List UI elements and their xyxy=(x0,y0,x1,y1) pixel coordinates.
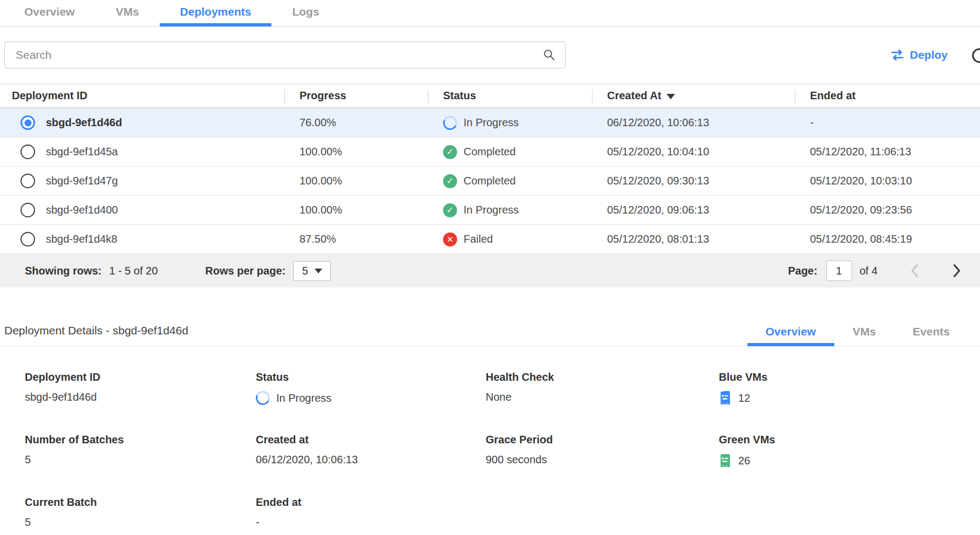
table-row[interactable]: sbgd-9ef1d4k8 87.50% Failed 05/12/2020, … xyxy=(0,225,980,254)
details-grid: Deployment ID sbgd-9ef1d46d Status In Pr… xyxy=(0,346,980,535)
field-value: sbgd-9ef1d46d xyxy=(25,391,256,403)
col-header-status-label: Status xyxy=(443,90,476,102)
col-header-progress[interactable]: Progress xyxy=(284,84,428,107)
tab-deployments[interactable]: Deployments xyxy=(160,0,272,26)
tab-deployments-label: Deployments xyxy=(180,5,251,18)
col-header-created-at-label: Created At xyxy=(607,90,661,102)
completed-check-icon xyxy=(443,174,457,188)
swap-arrows-icon xyxy=(890,49,904,61)
row-radio[interactable] xyxy=(21,203,35,217)
field-value: 5 xyxy=(25,454,256,466)
showing-rows-label: Showing rows: xyxy=(25,265,101,277)
field-label: Created at xyxy=(256,434,486,446)
field-value: 900 seconds xyxy=(486,454,719,466)
table-row[interactable]: sbgd-9ef1d46d 76.00% In Progress 06/12/2… xyxy=(0,108,980,138)
table-header-row: Deployment ID Progress Status Created At… xyxy=(0,84,980,108)
details-tabbar: Overview VMs Events xyxy=(747,325,980,346)
field-blue-vms: Blue VMs 12 xyxy=(719,371,980,434)
col-header-progress-label: Progress xyxy=(300,90,346,102)
field-value: 06/12/2020, 10:06:13 xyxy=(256,454,486,466)
blue-vm-icon xyxy=(719,391,732,405)
page-number-input[interactable] xyxy=(826,260,852,281)
row-radio[interactable] xyxy=(21,145,35,159)
ended-at-value: - xyxy=(795,116,980,129)
row-radio[interactable] xyxy=(21,232,35,246)
field-value: In Progress xyxy=(276,392,331,404)
col-header-created-at[interactable]: Created At xyxy=(592,84,795,107)
field-value: 12 xyxy=(738,392,750,404)
completed-check-icon xyxy=(443,203,457,217)
failed-x-icon xyxy=(443,232,457,246)
col-header-status[interactable]: Status xyxy=(428,84,592,107)
field-status: Status In Progress xyxy=(256,371,486,434)
progress-value: 87.50% xyxy=(284,233,428,245)
progress-value: 100.00% xyxy=(284,175,428,187)
details-tab-events-label: Events xyxy=(913,325,950,338)
field-label: Deployment ID xyxy=(25,371,256,383)
row-radio-selected[interactable] xyxy=(21,115,35,130)
field-value: 26 xyxy=(738,455,750,467)
in-progress-spinner-icon xyxy=(254,389,271,407)
pager: Page: of 4 xyxy=(788,260,962,281)
table-row[interactable]: sbgd-9ef1d47g 100.00% Completed 05/12/20… xyxy=(0,167,980,196)
field-label: Green VMs xyxy=(719,434,980,446)
ended-at-value: 05/12/2020, 08:45:19 xyxy=(795,233,980,245)
rows-per-page-select[interactable]: 5 xyxy=(293,261,331,281)
ended-at-value: 05/12/2020, 09:23:56 xyxy=(795,204,980,216)
ended-at-value: 05/12/2020, 10:03:10 xyxy=(795,175,980,187)
deployment-id: sbgd-9ef1d4k8 xyxy=(46,233,117,245)
page-label: Page: xyxy=(788,265,817,277)
status-label: In Progress xyxy=(464,116,519,129)
table-row[interactable]: sbgd-9ef1d45a 100.00% Completed 05/12/20… xyxy=(0,138,980,167)
field-label: Blue VMs xyxy=(719,371,980,383)
tab-logs-label: Logs xyxy=(292,5,319,18)
col-header-ended-at-label: Ended at xyxy=(810,90,855,102)
deployment-id: sbgd-9ef1d45a xyxy=(46,146,118,158)
search-input[interactable] xyxy=(4,42,566,68)
tab-vms[interactable]: VMs xyxy=(95,0,159,26)
field-current-batch: Current Batch 5 xyxy=(25,496,256,535)
showing-rows-value: 1 - 5 of 20 xyxy=(109,265,158,277)
field-label: Health Check xyxy=(486,371,719,383)
status-label: Completed xyxy=(464,146,516,158)
status-label: In Progress xyxy=(464,204,519,216)
deployment-details-header: Deployment Details - sbgd-9ef1d46d Overv… xyxy=(0,324,980,346)
deploy-button-label: Deploy xyxy=(910,49,948,61)
previous-page-icon[interactable] xyxy=(910,264,920,278)
details-tab-vms[interactable]: VMs xyxy=(834,325,894,346)
field-label: Grace Period xyxy=(486,434,719,446)
rows-per-page-label: Rows per page: xyxy=(205,265,285,277)
col-header-deployment-id[interactable]: Deployment ID xyxy=(0,84,284,107)
table-pagination-footer: Showing rows: 1 - 5 of 20 Rows per page:… xyxy=(0,254,980,287)
green-vm-icon xyxy=(719,454,732,468)
rows-per-page-value: 5 xyxy=(302,265,308,277)
next-page-icon[interactable] xyxy=(952,264,962,278)
progress-value: 100.00% xyxy=(284,204,428,216)
created-at-value: 05/12/2020, 10:04:10 xyxy=(592,146,795,158)
sort-desc-icon[interactable] xyxy=(666,94,675,99)
completed-check-icon xyxy=(443,145,457,159)
field-value: - xyxy=(256,516,486,529)
row-radio[interactable] xyxy=(21,174,35,188)
field-label: Status xyxy=(256,371,486,383)
field-number-of-batches: Number of Batches 5 xyxy=(25,434,256,496)
details-tab-overview[interactable]: Overview xyxy=(747,325,834,346)
progress-value: 76.00% xyxy=(284,116,428,129)
deployment-id: sbgd-9ef1d47g xyxy=(46,175,118,187)
deploy-button[interactable]: Deploy xyxy=(890,42,948,68)
refresh-icon[interactable] xyxy=(970,46,980,67)
table-row[interactable]: sbgd-9ef1d400 100.00% In Progress 05/12/… xyxy=(0,196,980,225)
status-label: Failed xyxy=(464,233,493,245)
col-header-ended-at[interactable]: Ended at xyxy=(795,84,980,107)
deployment-id: sbgd-9ef1d400 xyxy=(46,204,118,216)
tab-logs[interactable]: Logs xyxy=(271,0,339,26)
toolbar: Deploy xyxy=(0,27,980,84)
details-tab-overview-label: Overview xyxy=(766,325,816,338)
tab-overview[interactable]: Overview xyxy=(4,0,95,26)
details-tab-events[interactable]: Events xyxy=(894,325,968,346)
field-label: Current Batch xyxy=(25,496,256,509)
col-header-deployment-id-label: Deployment ID xyxy=(12,90,87,102)
details-tab-vms-label: VMs xyxy=(853,325,876,338)
field-value: 5 xyxy=(25,516,256,529)
status-label: Completed xyxy=(464,175,516,187)
